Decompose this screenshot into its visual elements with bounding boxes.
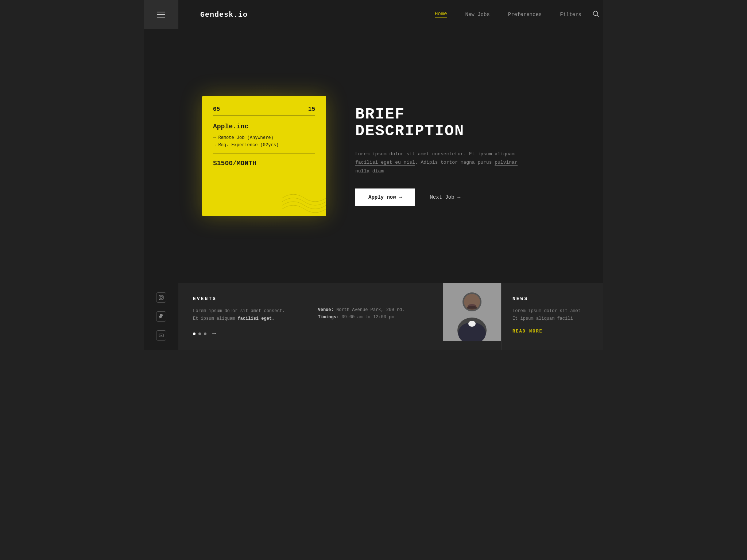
events-next-arrow[interactable]: → <box>212 330 216 337</box>
menu-button[interactable] <box>144 0 178 29</box>
job-card: 05 15 Apple.inc → Remote Job (Anywhere) … <box>202 96 326 216</box>
brief-description: Lorem ipsum dolor sit amet consectetur. … <box>355 150 530 175</box>
brief-title: BRIEF DESCRIPTION <box>355 106 581 140</box>
svg-point-14 <box>468 321 476 327</box>
card-numbers: 05 15 <box>213 106 315 113</box>
navigation: Home New Jobs Preferences Filters <box>435 11 581 18</box>
hamburger-icon <box>157 12 165 18</box>
events-body: Lorem ipsum dolor sit amet consect. Et i… <box>193 307 428 337</box>
twitter-icon[interactable] <box>156 311 166 322</box>
bottom-section: EVENTS Lorem ipsum dolor sit amet consec… <box>144 283 603 350</box>
news-section: NEWS Lorem ipsum dolor sit amet Et ipsum… <box>501 283 603 350</box>
events-text: Lorem ipsum dolor sit amet consect. Et i… <box>193 307 303 337</box>
events-title: EVENTS <box>193 296 428 302</box>
person-image <box>443 283 501 341</box>
svg-line-1 <box>597 15 599 17</box>
search-icon[interactable] <box>592 10 600 19</box>
nav-preferences[interactable]: Preferences <box>508 12 542 18</box>
header: Gendesk.io Home New Jobs Preferences Fil… <box>144 0 603 29</box>
svg-point-3 <box>160 296 162 299</box>
events-section: EVENTS Lorem ipsum dolor sit amet consec… <box>178 283 443 350</box>
dot-3[interactable] <box>204 332 206 335</box>
nav-filters[interactable]: Filters <box>560 12 581 18</box>
next-job-button[interactable]: Next Job → <box>430 194 460 200</box>
news-text: Lorem ipsum dolor sit amet Et ipsum aliq… <box>512 307 592 323</box>
nav-home[interactable]: Home <box>435 11 447 18</box>
brief-section: BRIEF DESCRIPTION Lorem ipsum dolor sit … <box>355 106 581 206</box>
nav-new-jobs[interactable]: New Jobs <box>465 12 490 18</box>
read-more-button[interactable]: READ MORE <box>512 329 592 334</box>
job-detail-remote: → Remote Job (Anywhere) <box>213 135 315 140</box>
social-sidebar <box>144 283 178 350</box>
logo: Gendesk.io <box>200 11 248 19</box>
svg-point-12 <box>467 306 477 310</box>
svg-point-0 <box>593 11 598 15</box>
instagram-icon[interactable] <box>156 292 166 303</box>
venue-line: Venue: North Avenue Park, 209 rd. <box>318 307 429 312</box>
dot-1[interactable] <box>193 332 196 335</box>
svg-point-4 <box>162 296 163 297</box>
card-divider-top <box>213 116 315 116</box>
card-waves-decoration <box>282 187 326 216</box>
youtube-icon[interactable] <box>156 330 166 341</box>
job-detail-experience: → Req. Experience (02yrs) <box>213 143 315 148</box>
card-divider-bottom <box>213 153 315 154</box>
news-title: NEWS <box>512 296 592 302</box>
card-num-left: 05 <box>213 106 220 113</box>
main-content: 05 15 Apple.inc → Remote Job (Anywhere) … <box>144 29 603 283</box>
events-venue: Venue: North Avenue Park, 209 rd. Timing… <box>318 307 429 322</box>
dot-2[interactable] <box>198 332 201 335</box>
timings-line: Timings: 09:00 am to 12:00 pm <box>318 315 429 320</box>
job-card-wrapper: 05 15 Apple.inc → Remote Job (Anywhere) … <box>202 96 326 216</box>
apply-now-button[interactable]: Apply now → <box>355 188 415 206</box>
svg-marker-6 <box>160 335 162 336</box>
job-salary: $1500/MONTH <box>213 160 315 167</box>
svg-rect-2 <box>159 295 163 300</box>
action-buttons: Apply now → Next Job → <box>355 188 581 206</box>
card-num-right: 15 <box>308 106 315 113</box>
pagination-dots: → <box>193 330 303 337</box>
company-name: Apple.inc <box>213 123 315 130</box>
